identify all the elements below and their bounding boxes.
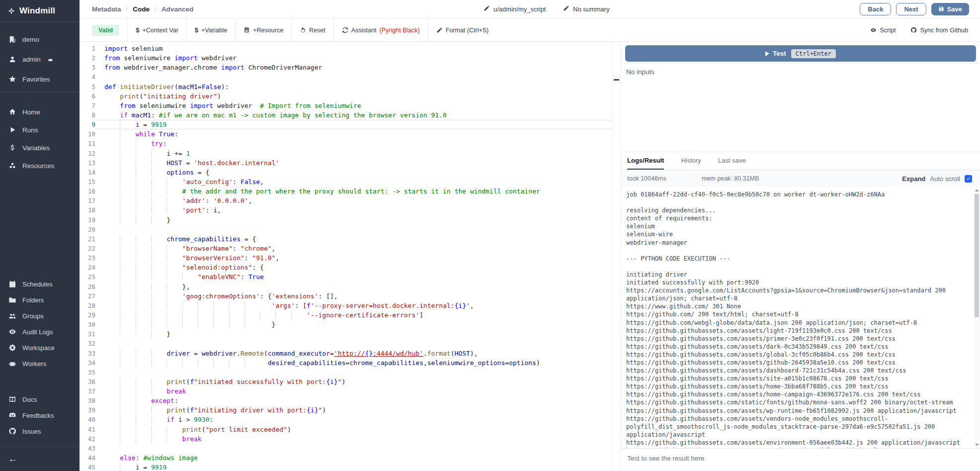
panel-splitter[interactable] xyxy=(612,42,621,471)
log-line: https://www.github.com/ 301 None xyxy=(626,302,970,310)
code-editor[interactable]: 1import selenium2from seleniumwire impor… xyxy=(80,42,612,471)
code-line[interactable]: 40 if i > 9930: xyxy=(80,415,612,424)
sidebar-item-user-admin[interactable]: admin xyxy=(0,49,80,69)
logs-scrollbar[interactable] xyxy=(974,187,980,448)
code-line[interactable]: 12 i += 1 xyxy=(80,149,612,158)
code-line[interactable]: 9 i = 9919 xyxy=(80,120,612,129)
code-line[interactable]: 2from seleniumwire import webdriver xyxy=(80,53,612,63)
line-number: 16 xyxy=(80,187,95,196)
sidebar-item-folders[interactable]: Folders xyxy=(0,292,80,308)
expand-logs-button[interactable]: Expand xyxy=(902,175,925,183)
sidebar-item-feedbacks[interactable]: Feedbacks xyxy=(0,407,80,423)
code-line[interactable]: 22 "browserName": "chrome", xyxy=(80,244,612,253)
code-line[interactable]: 34 desired_capabilities=chrome_capabilit… xyxy=(80,358,612,368)
sidebar-item-audit-logs[interactable]: Audit Logs xyxy=(0,324,80,340)
scrollbar-thumb[interactable] xyxy=(975,194,979,317)
sidebar-item-runs[interactable]: Runs xyxy=(0,121,80,139)
robot-icon xyxy=(8,360,16,368)
code-line[interactable]: 43 xyxy=(80,444,612,453)
tab-history[interactable]: History xyxy=(681,152,701,170)
code-line[interactable]: 23 "browserVersion": "91.0", xyxy=(80,253,612,263)
code-line[interactable]: 38 except: xyxy=(80,396,612,405)
back-button[interactable]: Back xyxy=(860,3,891,15)
add-context-var-button[interactable]: $ +Context Var xyxy=(136,26,178,34)
tab-code[interactable]: Code xyxy=(133,5,150,13)
code-line[interactable]: 13 HOST = 'host.docker.internal' xyxy=(80,158,612,168)
code-line[interactable]: 19 } xyxy=(80,215,612,225)
code-line[interactable]: 33 driver = webdriver.Remote(command_exe… xyxy=(80,349,612,358)
code-line[interactable]: 27 'goog:chromeOptions': {'extensions': … xyxy=(80,291,612,301)
code-line[interactable]: 1import selenium xyxy=(80,44,612,53)
code-line[interactable]: 11 try: xyxy=(80,139,612,148)
collapse-sidebar-icon[interactable]: ← xyxy=(8,454,17,465)
next-button[interactable]: Next xyxy=(896,3,926,15)
code-line[interactable]: 21 chrome_capabilities = { xyxy=(80,234,612,244)
topbar-tabs: Metadata / Code / Advanced xyxy=(92,5,193,13)
code-line[interactable]: 30 } xyxy=(80,320,612,329)
code-line[interactable]: 5def initiateDriver(macM1=False): xyxy=(80,82,612,92)
autoscroll-checkbox[interactable] xyxy=(965,175,972,183)
code-line[interactable]: 25 "enableVNC": True xyxy=(80,272,612,282)
code-line[interactable]: 41 print("port limit exceeded") xyxy=(80,425,612,434)
code-line[interactable]: 42 break xyxy=(80,434,612,444)
sidebar-item-workspace-demo[interactable]: demo xyxy=(0,29,80,49)
toolbar-right: Script Sync from Github xyxy=(870,27,968,34)
code-line[interactable]: 7 from seleniumwire import webdriver # I… xyxy=(80,101,612,110)
tab-metadata[interactable]: Metadata xyxy=(92,5,121,13)
sidebar-item-favorites[interactable]: Favorites xyxy=(0,69,80,89)
sidebar-item-home[interactable]: Home xyxy=(0,103,80,121)
code-line[interactable]: 15 'auto_config': False, xyxy=(80,177,612,187)
test-button[interactable]: Test Ctrl+Enter xyxy=(625,45,976,62)
code-line[interactable]: 39 print(f"initiating driver with port:{… xyxy=(80,405,612,415)
code-line[interactable]: 6 print("initiating driver") xyxy=(80,92,612,101)
scroll-up-icon[interactable] xyxy=(975,189,979,191)
code-line[interactable]: 8 if macM1: #if we are on mac m1 -> cust… xyxy=(80,110,612,120)
code-line[interactable]: 32 xyxy=(80,339,612,348)
save-button[interactable]: Save xyxy=(931,3,969,15)
code-line[interactable]: 20 xyxy=(80,225,612,234)
code-line[interactable]: 14 options = { xyxy=(80,168,612,177)
code-line[interactable]: 31 } xyxy=(80,329,612,339)
code-line[interactable]: 4 xyxy=(80,72,612,82)
sidebar-item-groups[interactable]: Groups xyxy=(0,308,80,324)
sidebar-item-issues[interactable]: Issues xyxy=(0,423,80,439)
code-line[interactable]: 26 }, xyxy=(80,282,612,291)
script-summary-text: No summary xyxy=(573,5,610,13)
assistant-button[interactable]: Assistant (Pyright Black) xyxy=(342,27,420,34)
tab-logs-result[interactable]: Logs/Result xyxy=(627,152,664,170)
sidebar-item-schedules[interactable]: Schedules xyxy=(0,276,80,292)
sidebar-item-variables[interactable]: Variables xyxy=(0,139,80,157)
code-line[interactable]: 45 i = 9919 xyxy=(80,463,612,471)
splitter-handle-icon[interactable] xyxy=(614,79,619,81)
code-line[interactable]: 24 "selenoid:options": { xyxy=(80,263,612,272)
script-view-button[interactable]: Script xyxy=(870,27,896,34)
code-line[interactable]: 29 '--ignore-certificate-errors'] xyxy=(80,310,612,320)
code-line[interactable]: 44 else: #windows image xyxy=(80,453,612,463)
reset-button[interactable]: Reset xyxy=(300,27,326,34)
sidebar-item-docs[interactable]: Docs xyxy=(0,391,80,407)
add-resource-button[interactable]: +Resource xyxy=(244,27,283,34)
scroll-down-icon[interactable] xyxy=(975,444,979,446)
code-line[interactable]: 18 'port': i, xyxy=(80,205,612,215)
format-button[interactable]: Format (Ctrl+S) xyxy=(436,27,489,34)
code-line[interactable]: 10 while True: xyxy=(80,129,612,139)
run-duration: took 10046ms xyxy=(627,175,702,182)
code-line[interactable]: 36 print(f"initiated successfully with p… xyxy=(80,377,612,386)
log-line: https://github.githubassets.com/assets/d… xyxy=(626,367,970,375)
sidebar-item-workers[interactable]: Workers xyxy=(0,356,80,372)
sidebar-item-resources[interactable]: Resources xyxy=(0,157,80,175)
tab-last-save[interactable]: Last save xyxy=(718,152,746,170)
code-line[interactable]: 35 xyxy=(80,368,612,377)
code-line[interactable]: 3from webdriver_manager.chrome import Ch… xyxy=(80,63,612,72)
add-variable-button[interactable]: $ +Variable xyxy=(195,26,227,34)
code-line[interactable]: 17 'addr': '0.0.0.0', xyxy=(80,196,612,205)
code-line[interactable]: 28 'args': [f'--proxy-server=host.docker… xyxy=(80,301,612,310)
code-line[interactable]: 37 break xyxy=(80,386,612,396)
sync-from-github-button[interactable]: Sync from Github xyxy=(910,27,968,34)
code-line[interactable]: 16 # the addr and the port where the pro… xyxy=(80,187,612,196)
tab-advanced[interactable]: Advanced xyxy=(162,5,194,13)
script-path[interactable]: u/admin/my_script xyxy=(484,5,546,13)
sidebar-item-workspace-settings[interactable]: Workspace xyxy=(0,340,80,356)
log-line xyxy=(626,247,970,255)
script-summary[interactable]: No summary xyxy=(563,5,610,13)
